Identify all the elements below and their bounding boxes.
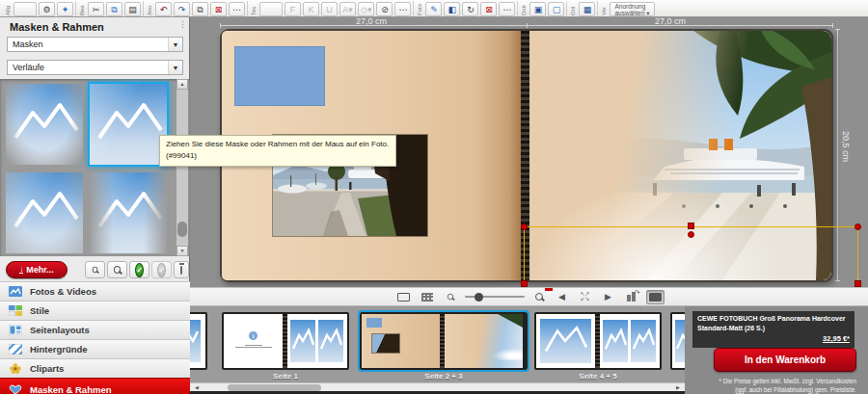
thumbnail-page-1[interactable]: i <box>222 312 349 370</box>
thumbnail-size-large-button[interactable] <box>107 261 127 278</box>
thumbnail-page-4-5[interactable] <box>534 312 662 370</box>
sidebar-item-hintergruende[interactable]: Hintergründe <box>0 339 190 358</box>
font-box[interactable] <box>259 2 283 16</box>
arrangement-dropdown-line1: Anordnung <box>614 3 645 10</box>
italic-button[interactable]: K <box>303 2 319 16</box>
scroll-up-icon[interactable]: ▲ <box>176 79 188 90</box>
mask-grid-scrollbar[interactable]: ▲ ▼ <box>176 79 188 256</box>
toolbar-group-document: Dok ▣ ▢ <box>517 1 564 16</box>
product-info-bar: CEWE FOTOBUCH Groß Panorama Hardcover St… <box>692 311 854 348</box>
toolbar-group-edit: Bea ✂ ⧉ ▤ <box>75 1 141 16</box>
cut-button[interactable]: ✂ <box>88 2 104 16</box>
toolbar-group-text: Tex F K U A▾ ◇▾ ⊘ ⋯ <box>247 1 411 16</box>
dislike-button[interactable]: ✓ <box>151 261 172 278</box>
expand-icon: ↖↗↙↘ <box>580 292 589 302</box>
more-button[interactable]: ↓ Mehr... <box>6 261 68 278</box>
sort-pages-button[interactable]: ↷ <box>623 290 640 304</box>
online-map-button[interactable]: ▦ <box>579 2 595 16</box>
sidebar-item-fotos-videos[interactable]: Fotos & Videos <box>0 281 190 301</box>
delete-element-button[interactable]: ⊠ <box>210 2 227 16</box>
text-shape-button[interactable]: ◇▾ <box>358 2 374 16</box>
grid-view-button[interactable] <box>419 290 436 304</box>
selection-handle-bottom-left[interactable] <box>521 280 528 287</box>
scrollbar-thumb[interactable] <box>177 222 187 237</box>
next-spread-button[interactable]: ▶ <box>600 290 617 304</box>
toolbar-group-photo: Foto ✎ ◧ ↻ ⊠ ⋯ <box>413 1 515 16</box>
selection-handle-bottom-right[interactable] <box>854 280 861 287</box>
category-dropdown[interactable]: Masken ▼ <box>7 37 183 52</box>
mask-thumbnail-1[interactable] <box>6 84 83 165</box>
filmstrip-scrollbar-thumb[interactable] <box>228 384 321 391</box>
font-color-button[interactable]: A▾ <box>339 2 356 16</box>
delete-photo-button[interactable]: ⊠ <box>480 2 497 16</box>
panel-title: Masken & Rahmen <box>10 21 104 33</box>
sort-pages-icon: ↷ <box>627 292 637 302</box>
trash-icon <box>180 266 182 275</box>
photo-palm-ship[interactable] <box>529 31 831 280</box>
selection-left-edge[interactable] <box>524 226 525 284</box>
settings-button[interactable]: ⚙ <box>39 2 55 16</box>
main-toolbar: Allg ⚙ ✦ Bea ✂ ⧉ ▤ Ano ↶ ↷ ⧉ ⊠ ⋯ Tex F K… <box>0 0 868 17</box>
zoom-slider-knob[interactable] <box>475 293 483 302</box>
insert-image-button[interactable]: ▣ <box>529 2 546 16</box>
ruler-height-label: 20,5 cm <box>841 131 851 162</box>
selection-handle-left[interactable] <box>521 223 528 230</box>
edit-photo-button[interactable]: ✎ <box>425 2 442 16</box>
zoom-out-button[interactable] <box>442 290 459 304</box>
thumbnail-page-6-partial[interactable] <box>670 312 685 370</box>
wizard-button[interactable]: ✦ <box>57 2 73 16</box>
zoom-slider[interactable] <box>465 296 525 298</box>
single-page-view-button[interactable] <box>394 290 413 304</box>
micro-text-line <box>245 345 262 346</box>
delete-mask-button[interactable] <box>174 261 189 278</box>
mask-thumbnail-2-selected[interactable] <box>90 84 167 165</box>
rotate-photo-button[interactable]: ↻ <box>462 2 478 16</box>
fit-view-button[interactable]: ↖↗↙↘ <box>577 290 594 304</box>
redo-button[interactable]: ↷ <box>174 2 190 16</box>
toolbar-group-view: Ver Anordnungauswählen ▾ <box>597 1 654 16</box>
thumbnail-page-2-3-selected[interactable] <box>360 312 528 370</box>
arrangement-dropdown[interactable]: Anordnungauswählen ▾ <box>610 2 654 16</box>
book-view-button[interactable] <box>646 290 665 304</box>
enhance-photo-button[interactable]: ◧ <box>444 2 460 16</box>
insert-frame-button[interactable]: ▢ <box>548 2 564 16</box>
sidebar-item-stile[interactable]: Stile <box>0 301 190 320</box>
duplicate-button[interactable]: ⧉ <box>192 2 208 16</box>
product-price[interactable]: 32,95 €* <box>697 334 850 345</box>
subcategory-dropdown[interactable]: Verläufe ▼ <box>7 60 183 75</box>
scroll-down-icon[interactable]: ▼ <box>176 246 188 256</box>
panel-splitter-handle[interactable]: ⋮ <box>178 19 186 29</box>
selection-handle-right[interactable] <box>854 223 861 230</box>
mask-thumbnail-4[interactable] <box>90 172 167 253</box>
sidebar-item-masken-rahmen[interactable]: Masken & Rahmen <box>0 378 190 394</box>
selection-rotate-handle[interactable] <box>688 231 694 238</box>
paste-button[interactable]: ▤ <box>124 2 141 16</box>
bold-button[interactable]: F <box>285 2 301 16</box>
undo-button[interactable]: ↶ <box>155 2 172 16</box>
more-text-button[interactable]: ⋯ <box>394 2 411 16</box>
mask-thumbnail-3[interactable] <box>6 172 83 253</box>
group-label-edit: Bea <box>79 1 86 15</box>
add-to-cart-button[interactable]: In den Warenkorb <box>714 348 856 372</box>
masks-frames-panel: Masken & Rahmen ⋮ Masken ▼ Verläufe ▼ ▲ <box>0 17 190 394</box>
blue-placeholder-box[interactable] <box>234 46 325 106</box>
sidebar-item-cliparts[interactable]: Cliparts <box>0 358 190 378</box>
tooltip-line2: (#99041) <box>166 150 390 162</box>
sidebar-item-seitenlayouts[interactable]: Seitenlayouts <box>0 320 190 339</box>
thumbs-up-icon: ✓ <box>135 263 144 277</box>
selection-right-edge[interactable] <box>857 226 858 284</box>
more-photo-button[interactable]: ⋯ <box>499 2 515 16</box>
page-right[interactable] <box>529 31 831 280</box>
more-arrange-button[interactable]: ⋯ <box>229 2 245 16</box>
previous-spread-button[interactable]: ◀ <box>554 290 571 304</box>
thumbnail-cover-partial[interactable] <box>190 312 207 370</box>
thumbnail-size-small-button[interactable] <box>85 261 105 278</box>
preset-box[interactable] <box>14 2 37 16</box>
selection-handle-center[interactable] <box>688 223 694 229</box>
zoom-in-button[interactable] <box>530 290 548 304</box>
underline-button[interactable]: U <box>321 2 338 16</box>
thumb-photo <box>372 334 399 353</box>
copy-button[interactable]: ⧉ <box>106 2 122 16</box>
like-button[interactable]: ✓ <box>129 261 149 278</box>
no-fill-button[interactable]: ⊘ <box>376 2 393 16</box>
